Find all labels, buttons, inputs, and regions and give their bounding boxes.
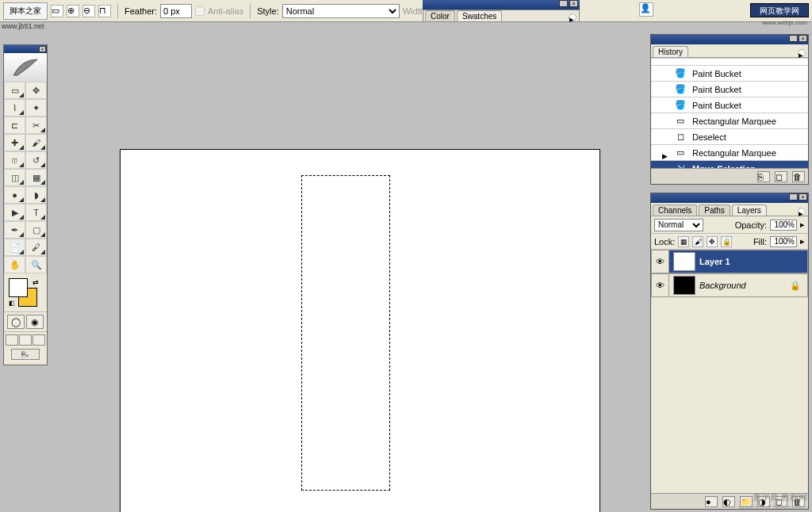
marquee-tool[interactable]: ▭ bbox=[4, 82, 25, 99]
selection-intersect-icon[interactable]: ⊓ bbox=[98, 5, 111, 17]
blur-tool[interactable]: ● bbox=[4, 186, 25, 204]
wand-tool[interactable]: ✦ bbox=[25, 99, 47, 117]
panel-titlebar[interactable]: _ × bbox=[651, 35, 808, 44]
slider-icon[interactable]: ▸ bbox=[800, 220, 805, 230]
options-bar: 脚本之家 ▭ ⊕ ⊖ ⊓ Feather: Anti-alias Style: … bbox=[0, 0, 812, 22]
opacity-input[interactable] bbox=[770, 220, 797, 231]
layer-name[interactable]: Background bbox=[699, 281, 790, 290]
tab-color[interactable]: Color bbox=[425, 10, 455, 21]
slice-tool[interactable]: ✂ bbox=[25, 117, 47, 134]
new-doc-from-state-icon[interactable]: ⎘ bbox=[757, 171, 770, 182]
panel-menu-icon[interactable]: ▸ bbox=[798, 208, 806, 216]
tab-paths[interactable]: Paths bbox=[699, 204, 730, 216]
history-item[interactable]: ▭Rectangular Marquee bbox=[651, 145, 808, 161]
hand-tool[interactable]: ✋ bbox=[4, 256, 25, 273]
dodge-tool[interactable]: ◗ bbox=[25, 186, 47, 204]
history-item[interactable]: ▭Rectangular Marquee bbox=[651, 113, 808, 129]
type-tool[interactable]: T bbox=[25, 204, 47, 221]
move-tool[interactable]: ✥ bbox=[25, 82, 47, 99]
palette-titlebar[interactable]: × bbox=[4, 45, 47, 53]
lock-all-icon[interactable]: 🔒 bbox=[721, 236, 732, 247]
history-item[interactable]: ◻Deselect bbox=[651, 129, 808, 145]
fill-label: Fill: bbox=[753, 237, 767, 246]
slider-icon[interactable]: ▸ bbox=[800, 236, 805, 246]
path-select-tool[interactable]: ▶ bbox=[4, 204, 25, 221]
screen-mode-full-menu[interactable] bbox=[19, 334, 32, 346]
jump-to-button[interactable]: ⎘▸ bbox=[11, 349, 40, 360]
panel-menu-icon[interactable]: ▸ bbox=[798, 49, 806, 57]
history-item[interactable]: 🪣Paint Bucket bbox=[651, 82, 808, 97]
shape-tool[interactable]: ▢ bbox=[25, 221, 47, 239]
screen-mode-standard[interactable] bbox=[6, 334, 18, 346]
layer-style-icon[interactable]: ● bbox=[705, 496, 718, 507]
foreground-color[interactable] bbox=[9, 278, 28, 297]
close-icon[interactable]: × bbox=[39, 46, 46, 52]
history-item[interactable]: 🪣Paint Bucket bbox=[651, 66, 808, 82]
history-label: Rectangular Marquee bbox=[692, 117, 776, 126]
panel-tabs: Channels Paths Layers ▸ bbox=[651, 203, 808, 216]
gradient-tool[interactable]: ▦ bbox=[25, 169, 47, 186]
history-brush-tool[interactable]: ↺ bbox=[25, 151, 47, 169]
lasso-tool[interactable]: ⌇ bbox=[4, 99, 25, 117]
panel-titlebar[interactable]: _ × bbox=[651, 193, 808, 203]
eraser-tool[interactable]: ◫ bbox=[4, 169, 25, 186]
brush-tool[interactable]: 🖌 bbox=[25, 134, 47, 151]
lock-pixels-icon[interactable]: 🖌 bbox=[692, 236, 703, 247]
tab-history[interactable]: History bbox=[653, 46, 688, 57]
panel-tabs: Color Swatches ▸ bbox=[423, 10, 580, 22]
close-icon[interactable]: × bbox=[799, 35, 807, 42]
eyedropper-tool[interactable]: 🖋 bbox=[25, 239, 47, 256]
swap-colors-icon[interactable]: ⇄ bbox=[33, 278, 39, 286]
layer-thumbnail[interactable] bbox=[673, 252, 695, 271]
minimize-icon[interactable]: _ bbox=[559, 0, 568, 7]
canvas[interactable] bbox=[120, 149, 600, 512]
tool-grid: ▭ ✥ ⌇ ✦ ⊏ ✂ ✚ 🖌 ⎅ ↺ ◫ ▦ ● ◗ ▶ T ✒ ▢ 📄 🖋 … bbox=[4, 82, 47, 273]
blend-mode-select[interactable]: Normal bbox=[654, 219, 703, 231]
history-label: Deselect bbox=[692, 132, 726, 142]
heal-tool[interactable]: ✚ bbox=[4, 134, 25, 151]
deselect-icon: ◻ bbox=[675, 132, 686, 143]
layer-thumbnail[interactable] bbox=[673, 276, 695, 295]
selection-new-icon[interactable]: ▭ bbox=[51, 5, 63, 17]
minimize-icon[interactable]: _ bbox=[789, 35, 798, 42]
selection-add-icon[interactable]: ⊕ bbox=[67, 5, 79, 17]
layer-row[interactable]: 👁 Background 🔒 bbox=[651, 273, 808, 297]
new-snapshot-icon[interactable]: ◻ bbox=[775, 171, 787, 182]
marquee-selection[interactable] bbox=[301, 175, 390, 491]
pen-tool[interactable]: ✒ bbox=[4, 221, 25, 239]
lock-position-icon[interactable]: ✥ bbox=[707, 236, 718, 247]
stamp-tool[interactable]: ⎅ bbox=[4, 151, 25, 169]
screen-mode-full[interactable] bbox=[33, 334, 45, 346]
style-select[interactable]: Normal bbox=[282, 4, 400, 18]
close-icon[interactable]: × bbox=[569, 0, 578, 7]
history-panel: _ × History ▸ 🪣Paint Bucket 🪣Paint Bucke… bbox=[650, 34, 809, 185]
user-icon[interactable]: 👤 bbox=[639, 2, 653, 17]
tab-channels[interactable]: Channels bbox=[653, 204, 697, 216]
layer-mask-icon[interactable]: ◐ bbox=[722, 496, 735, 507]
layer-row[interactable]: 👁 Layer 1 bbox=[651, 250, 808, 273]
quickmask-mode-button[interactable]: ◉ bbox=[26, 315, 44, 329]
default-colors-icon[interactable]: ◧ bbox=[9, 300, 15, 307]
panel-titlebar[interactable]: _ × bbox=[423, 0, 580, 10]
close-icon[interactable]: × bbox=[799, 193, 807, 201]
crop-tool[interactable]: ⊏ bbox=[4, 117, 25, 134]
bucket-icon: 🪣 bbox=[675, 84, 686, 95]
visibility-toggle[interactable]: 👁 bbox=[652, 250, 669, 273]
history-item[interactable]: 🪣Paint Bucket bbox=[651, 97, 808, 113]
fill-input[interactable] bbox=[770, 236, 797, 247]
panel-tabs: History ▸ bbox=[651, 44, 808, 58]
minimize-icon[interactable]: _ bbox=[789, 193, 798, 201]
layer-name[interactable]: Layer 1 bbox=[699, 257, 807, 266]
history-item[interactable] bbox=[651, 58, 808, 66]
standard-mode-button[interactable]: ◯ bbox=[7, 315, 25, 329]
feather-input[interactable] bbox=[160, 4, 192, 18]
visibility-toggle[interactable]: 👁 bbox=[652, 274, 669, 296]
tab-layers[interactable]: Layers bbox=[732, 204, 767, 216]
trash-icon[interactable]: 🗑 bbox=[792, 171, 805, 182]
tab-swatches[interactable]: Swatches bbox=[457, 10, 502, 21]
lock-transparent-icon[interactable]: ▦ bbox=[678, 236, 689, 247]
selection-sub-icon[interactable]: ⊖ bbox=[82, 5, 95, 17]
notes-tool[interactable]: 📄 bbox=[4, 239, 25, 256]
zoom-tool[interactable]: 🔍 bbox=[25, 256, 47, 273]
panel-menu-icon[interactable]: ▸ bbox=[569, 13, 576, 21]
